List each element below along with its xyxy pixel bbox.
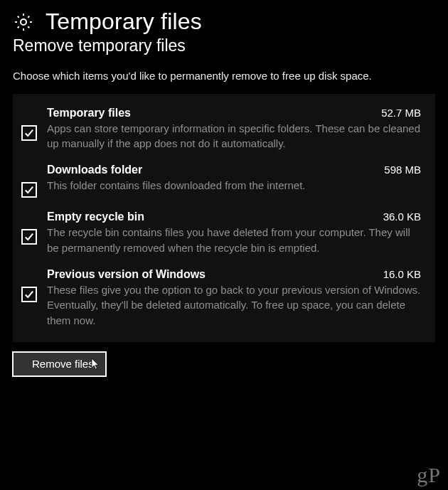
item-size: 52.7 MB (381, 107, 421, 119)
checkbox-previous-windows[interactable] (21, 287, 37, 302)
gear-icon (13, 11, 34, 33)
item-size: 36.0 KB (383, 211, 421, 223)
remove-files-label: Remove files (32, 358, 94, 370)
list-item: Previous version of Windows 16.0 KB Thes… (21, 268, 421, 328)
action-row: Remove files (13, 352, 435, 376)
items-panel: Temporary files 52.7 MB Apps can store t… (13, 94, 435, 342)
header: Temporary files (13, 9, 435, 35)
cursor-icon (91, 358, 100, 371)
svg-point-0 (21, 19, 26, 25)
item-title: Downloads folder (47, 164, 142, 176)
item-description: This folder contains files downloaded fr… (47, 178, 421, 193)
list-item: Temporary files 52.7 MB Apps can store t… (21, 107, 421, 151)
checkbox-temporary-files[interactable] (21, 125, 37, 141)
intro-text: Choose which items you'd like to permane… (13, 68, 411, 84)
watermark-g: g (417, 463, 428, 486)
item-description: Apps can store temporary information in … (47, 121, 421, 151)
checkbox-recycle-bin[interactable] (21, 229, 37, 245)
page-title: Temporary files (46, 9, 202, 35)
item-description: These files give you the option to go ba… (47, 282, 421, 328)
list-item: Downloads folder 598 MB This folder cont… (21, 164, 421, 198)
checkmark-icon (24, 128, 34, 138)
item-description: The recycle bin contains files you have … (47, 225, 421, 255)
checkmark-icon (24, 289, 34, 299)
watermark-p: P (428, 463, 441, 486)
checkmark-icon (24, 185, 34, 195)
item-title: Empty recycle bin (47, 211, 144, 223)
remove-files-button[interactable]: Remove files (13, 352, 106, 376)
item-title: Previous version of Windows (47, 268, 206, 281)
watermark: gP (417, 463, 441, 487)
checkbox-downloads-folder[interactable] (21, 182, 37, 198)
list-item: Empty recycle bin 36.0 KB The recycle bi… (21, 211, 421, 255)
checkmark-icon (24, 232, 34, 242)
item-size: 598 MB (384, 164, 421, 176)
page-subtitle: Remove temporary files (13, 36, 435, 55)
item-title: Temporary files (47, 107, 131, 119)
item-size: 16.0 KB (383, 268, 421, 280)
